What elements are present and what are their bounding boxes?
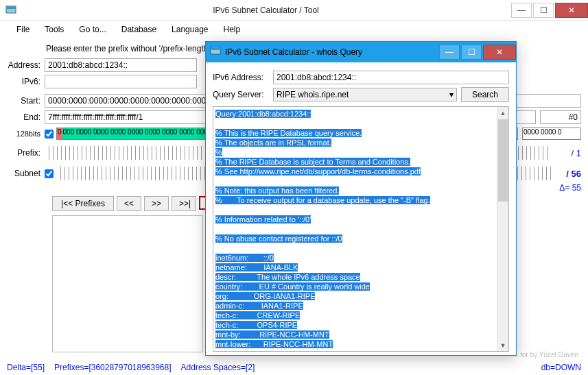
ipv6-input[interactable] [45,75,197,88]
svg-rect-1 [7,7,15,9]
result-line: % This is the RIPE Database query servic… [215,128,506,138]
scroll-down-icon[interactable]: ▼ [497,339,508,351]
popup-server-select[interactable]: RIPE whois.ripe.net ▾ [273,88,457,101]
label-prefix: Prefix: [7,148,45,158]
bit-red: 0 [57,128,62,139]
result-line: descr: The whole IPv6 address space [215,272,506,282]
result-line [215,119,506,128]
svg-rect-3 [211,48,220,50]
menu-database[interactable]: Database [115,23,163,36]
result-line: % The RIPE Database is subject to Terms … [215,157,506,167]
result-line: country: EU # Country is really world wi… [215,282,506,291]
result-line: admin-c: IANA1-RIPE [215,301,506,311]
result-line: % See http://www.ripe.net/db/support/db-… [215,167,506,176]
nav-first-button[interactable]: |<< Prefixes [52,196,114,211]
popup-titlebar: IPv6 Subnet Calculator - whois Query — ☐… [206,42,516,62]
result-line: % Information related to '::/0' [215,215,506,224]
result-line: mnt-lower: RIPE-NCC-HM-MNT [215,339,506,349]
popup-minimize-button[interactable]: — [439,45,460,60]
subnet-value: / 56 [555,169,581,179]
status-delta: Delta=[55] [7,363,45,372]
subnet-checkbox[interactable] [45,169,54,178]
label-subnet: Subnet [7,169,45,178]
bit-right-text: 0000 0000 0 [523,128,563,139]
result-line [215,205,506,215]
main-titlebar: IPv6 Subnet Calculator / Tool — ☐ ✕ [0,0,588,21]
popup-label-server: Query Server: [213,90,269,99]
result-line: % The objects are in RPSL format. [215,138,506,147]
result-line: Query:2001:db8:abcd:1234:: [215,109,506,119]
prefix-value: / 1 [555,148,581,158]
result-line: mnt-by: RIPE-NCC-HM-MNT [215,330,506,339]
nav-last-button[interactable]: >>| [172,196,196,211]
results-scrollbar[interactable]: ▲ ▼ [497,107,508,351]
minimize-button[interactable]: — [511,3,532,18]
maximize-button[interactable]: ☐ [533,3,554,18]
scroll-thumb[interactable] [498,119,508,202]
end-index[interactable] [540,110,581,124]
popup-server-value: RIPE whois.ripe.net [277,90,349,99]
result-line: % [215,147,506,157]
menu-language[interactable]: Language [165,23,215,36]
result-line: inet6num: ::/0 [215,253,506,263]
scroll-up-icon[interactable]: ▲ [497,107,508,119]
label-ipv6: IPv6: [7,77,45,86]
popup-search-button[interactable]: Search [461,87,509,102]
label-address: Address: [7,60,45,70]
label-end: End: [7,112,45,122]
status-spaces: Address Spaces=[2] [181,363,255,372]
menu-help[interactable]: Help [216,23,247,36]
window-title: IPv6 Subnet Calculator / Tool [22,5,510,15]
whois-popup: IPv6 Subnet Calculator - whois Query — ☐… [205,41,517,356]
whois-results[interactable]: Query:2001:db8:abcd:1234:: % This is the… [213,106,509,352]
delta-value: Δ= 55 [552,183,581,193]
bit-display-right: 0000 0000 0 [522,128,581,140]
result-line: % To receive output for a database updat… [215,195,506,205]
popup-address-input[interactable] [273,71,509,84]
menu-goto[interactable]: Go to... [72,23,113,36]
bits-checkbox[interactable] [45,130,54,138]
address-input[interactable] [45,58,197,72]
bit-green: 000 0000 0000 0000 0000 0000 0000 0000 0… [62,128,209,139]
hint-text: Please enter the prefix without '/prefix… [45,44,210,53]
popup-label-address: IPv6 Address: [213,73,269,82]
popup-title: IPv6 Subnet Calculator - whois Query [225,47,438,57]
result-line: % No abuse contact registered for ::/0 [215,234,506,243]
result-line: netname: IANA-BLK [215,263,506,272]
label-128bits: 128bits [7,130,45,138]
result-line [215,243,506,253]
result-line: tech-c: OPS4-RIPE [215,320,506,330]
popup-close-button[interactable]: ✕ [483,45,516,60]
menubar: File Tools Go to... Database Language He… [0,21,588,38]
menu-file[interactable]: File [10,23,36,36]
statusbar: Delta=[55] Prefixes=[36028797018963968] … [7,363,581,372]
result-line [215,224,506,234]
app-icon [4,3,18,17]
nav-next-button[interactable]: >> [144,196,169,211]
popup-app-icon [210,46,221,58]
result-line: % Note: this output has been filtered. [215,186,506,195]
result-line: tech-c: CREW-RIPE [215,311,506,320]
result-line: org: ORG-IANA1-RIPE [215,291,506,301]
nav-prev-button[interactable]: << [117,196,141,211]
popup-maximize-button[interactable]: ☐ [461,45,482,60]
status-db: db=DOWN [541,363,581,372]
footer-credit: ...tor by Yücel Güven [515,351,578,359]
chevron-down-icon: ▾ [449,90,454,99]
status-prefixes: Prefixes=[36028797018963968] [54,363,171,372]
menu-tools[interactable]: Tools [38,23,71,36]
label-start: Start: [7,96,45,106]
prefix-list-pane[interactable] [52,215,203,352]
close-button[interactable]: ✕ [555,3,588,18]
result-line [215,176,506,186]
